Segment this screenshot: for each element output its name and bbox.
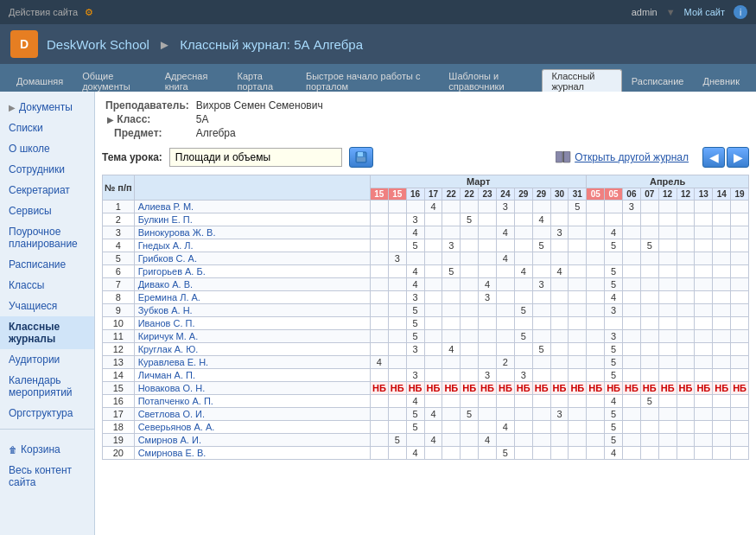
grade-cell [569,434,587,447]
tab-templates[interactable]: Шаблоны и справочники [439,69,542,92]
student-name-link[interactable]: Зубков А. Н. [138,305,193,315]
sidebar-item-auditoriums[interactable]: Аудитории [0,349,94,370]
tab-docs[interactable]: Общие документы [73,69,156,92]
sidebar-item-calendar[interactable]: Календарь мероприятий [0,370,94,403]
grade-cell [461,252,479,265]
next-arrow-button[interactable]: ▶ [727,147,749,168]
my-site-link[interactable]: Мой сайт [684,7,725,17]
admin-label[interactable]: admin [632,7,658,17]
grade-cell [514,434,532,447]
student-name-cell[interactable]: Круглак А. Ю. [134,343,370,356]
student-name-cell[interactable]: Новакова О. Н. [134,382,370,395]
student-name-link[interactable]: Еремина Л. А. [138,292,200,303]
student-name-link[interactable]: Новакова О. Н. [138,383,206,393]
grade-cell [731,447,749,460]
student-name-cell[interactable]: Еремина Л. А. [134,291,370,304]
grade-cell [695,408,713,421]
grade-cell [532,408,550,421]
student-name-link[interactable]: Киричук М. А. [138,331,199,341]
sidebar-item-lists[interactable]: Списки [0,118,94,138]
grade-cell [550,434,569,447]
tab-schedule[interactable]: Расписание [622,69,694,92]
student-name-link[interactable]: Винокурова Ж. В. [138,227,216,238]
grade-cell [496,408,514,421]
student-num: 13 [103,356,135,369]
grade-cell [677,408,695,421]
student-name-cell[interactable]: Киричук М. А. [134,330,370,343]
student-name-cell[interactable]: Гнедых А. Л. [134,239,370,252]
grade-cell [479,356,497,369]
theme-input[interactable] [169,148,342,167]
grade-cell: НБ [424,382,442,395]
student-name-link[interactable]: Смирнова Е. В. [138,448,206,458]
sidebar-item-trash[interactable]: 🗑 Корзина [0,439,94,460]
tab-diary[interactable]: Дневник [693,69,749,92]
student-name-cell[interactable]: Винокурова Ж. В. [134,226,370,239]
student-name-link[interactable]: Алиева Р. М. [138,201,194,212]
student-name-cell[interactable]: Григорьев А. Б. [134,265,370,278]
grade-cell [640,330,658,343]
student-name-cell[interactable]: Иванов С. П. [134,317,370,330]
student-name-cell[interactable]: Светлова О. И. [134,408,370,421]
student-name-link[interactable]: Северьянов А. А. [138,422,215,432]
date-m31: 31 [569,188,587,201]
info-icon[interactable]: i [734,5,747,19]
student-name-link[interactable]: Смирнов А. И. [138,435,201,445]
student-name-cell[interactable]: Зубков А. Н. [134,304,370,317]
grade-cell [677,252,695,265]
student-name-cell[interactable]: Булкин Е. П. [134,213,370,226]
student-name-link[interactable]: Грибков С. А. [138,253,197,264]
grade-cell: 3 [550,408,569,421]
student-name-cell[interactable]: Грибков С. А. [134,252,370,265]
open-journal-button[interactable]: Открыть другой журнал [556,151,689,163]
student-name-link[interactable]: Гнедых А. Л. [138,240,194,251]
sidebar-item-journals[interactable]: Классные журналы [0,316,94,349]
student-name-cell[interactable]: Куравлева Е. Н. [134,356,370,369]
table-row: 3Винокурова Ж. В.4434 [103,226,749,239]
tab-map[interactable]: Карта портала [228,69,296,92]
grade-cell [731,291,749,304]
grade-cell [658,317,677,330]
student-name-link[interactable]: Светлова О. И. [138,409,205,419]
tab-home[interactable]: Домашняя [7,69,73,92]
sidebar-item-lesson-plan[interactable]: Поурочное планирование [0,221,94,254]
student-name-link[interactable]: Куравлева Е. Н. [138,357,209,367]
student-name-link[interactable]: Личман А. П. [138,370,195,380]
save-theme-button[interactable] [349,147,373,168]
student-name-cell[interactable]: Дивако А. В. [134,278,370,291]
student-name-link[interactable]: Иванов С. П. [138,318,195,328]
grade-cell [514,421,532,434]
grade-cell [695,317,713,330]
grade-cell: НБ [532,382,550,395]
grade-cell [514,447,532,460]
student-name-link[interactable]: Дивако А. В. [138,279,193,290]
sidebar-item-all-content[interactable]: Весь контент сайта [0,460,94,493]
student-name-link[interactable]: Булкин Е. П. [138,214,193,225]
student-name-cell[interactable]: Смирнов А. И. [134,434,370,447]
actions-site[interactable]: Действия сайта [9,7,78,17]
sidebar-item-students[interactable]: Учащиеся [0,296,94,316]
tab-address[interactable]: Адресная книга [156,69,228,92]
sidebar-item-secretariat[interactable]: Секретариат [0,180,94,201]
prev-arrow-button[interactable]: ◀ [702,147,725,168]
student-name-link[interactable]: Круглак А. Ю. [138,344,199,354]
sidebar-item-staff[interactable]: Сотрудники [0,159,94,180]
student-name-cell[interactable]: Личман А. П. [134,369,370,382]
journal-scroll[interactable]: № п/п Март Апрель 15 15 16 17 22 [102,175,749,460]
sidebar-item-documents[interactable]: ▶ Документы [0,97,94,118]
student-name-cell[interactable]: Потапченко А. П. [134,395,370,408]
sidebar-item-services[interactable]: Сервисы [0,201,94,221]
tab-journal[interactable]: Классный журнал [542,69,621,92]
student-name-link[interactable]: Григорьев А. Б. [138,266,206,277]
sidebar-item-classes[interactable]: Классы [0,275,94,296]
student-name-cell[interactable]: Алиева Р. М. [134,201,370,213]
student-name-cell[interactable]: Смирнова Е. В. [134,447,370,460]
date-a13: 13 [695,188,713,201]
sidebar-item-about[interactable]: О школе [0,138,94,159]
student-name-link[interactable]: Потапченко А. П. [138,396,213,406]
sidebar-item-org[interactable]: Оргструктура [0,403,94,424]
grade-cell: 3 [605,304,623,317]
sidebar-item-schedule[interactable]: Расписание [0,254,94,275]
tab-quickstart[interactable]: Быстрое начало работы с порталом [296,69,439,92]
student-name-cell[interactable]: Северьянов А. А. [134,421,370,434]
